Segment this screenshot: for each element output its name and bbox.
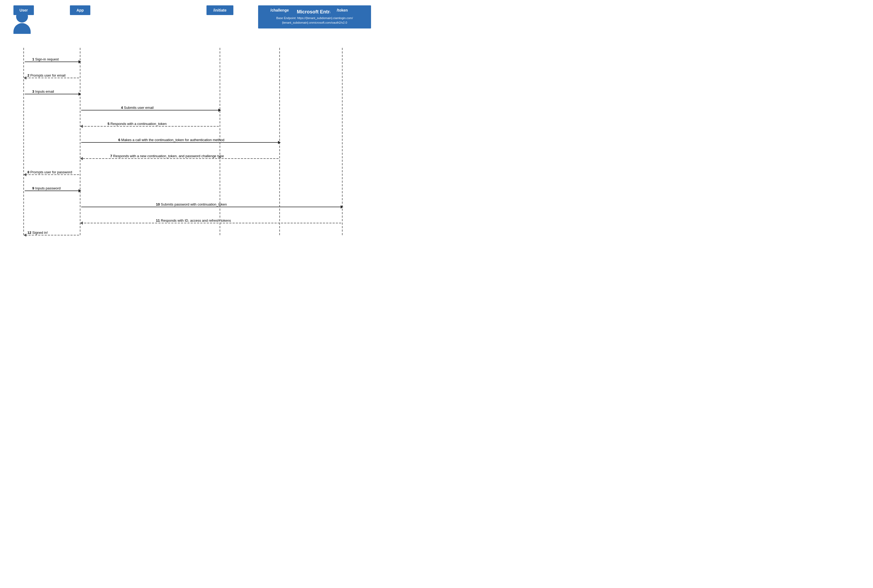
svg-marker-30 — [78, 189, 81, 192]
svg-marker-21 — [278, 141, 281, 144]
svg-text:8 Prompts user for password: 8 Prompts user for password — [27, 170, 72, 174]
svg-text:2 Prompts user for email: 2 Prompts user for email — [27, 74, 66, 77]
svg-marker-12 — [78, 93, 81, 96]
svg-text:11 Responds with  ID, access a: 11 Responds with ID, access and refresh … — [156, 219, 231, 222]
arrows-svg: 1 Sign-in request 2 Prompts user for ema… — [5, 5, 371, 237]
svg-text:7 Responds with a new continua: 7 Responds with a new continuation_token… — [110, 154, 224, 158]
svg-text:3 Inputs email: 3 Inputs email — [32, 90, 54, 93]
svg-text:6 Makes a call with the contin: 6 Makes a call with the continuation_tok… — [118, 138, 224, 142]
actor-token: /token — [330, 5, 355, 15]
svg-text:4 Submits user email: 4 Submits user email — [121, 106, 153, 110]
entra-subtitle: Base Endpoint: https://{tenant_subdomain… — [263, 16, 366, 25]
svg-marker-24 — [80, 157, 83, 160]
svg-text:12 Signed in!: 12 Signed in! — [27, 231, 48, 235]
svg-text:5 Responds with a continuation: 5 Responds with a continuation_token — [108, 122, 167, 126]
svg-text:10 Submits password with conti: 10 Submits password with continuation_to… — [156, 202, 227, 206]
actor-initiate: /initiate — [206, 5, 233, 15]
svg-marker-6 — [78, 60, 81, 63]
svg-marker-36 — [80, 222, 83, 225]
svg-marker-39 — [24, 234, 26, 237]
svg-marker-33 — [341, 206, 343, 208]
svg-marker-15 — [218, 109, 221, 112]
svg-marker-18 — [80, 125, 83, 128]
user-body — [14, 23, 31, 34]
svg-text:9 Inputs password: 9 Inputs password — [32, 186, 61, 190]
actor-challenge: /challenge — [266, 5, 294, 15]
diagram-container: Microsoft Entra Base Endpoint: https://{… — [5, 5, 371, 237]
svg-marker-9 — [24, 76, 26, 80]
actor-user: User — [14, 5, 34, 15]
svg-text:1 Sign-in request: 1 Sign-in request — [32, 57, 59, 61]
svg-marker-27 — [24, 173, 26, 176]
actor-app: App — [70, 5, 90, 15]
